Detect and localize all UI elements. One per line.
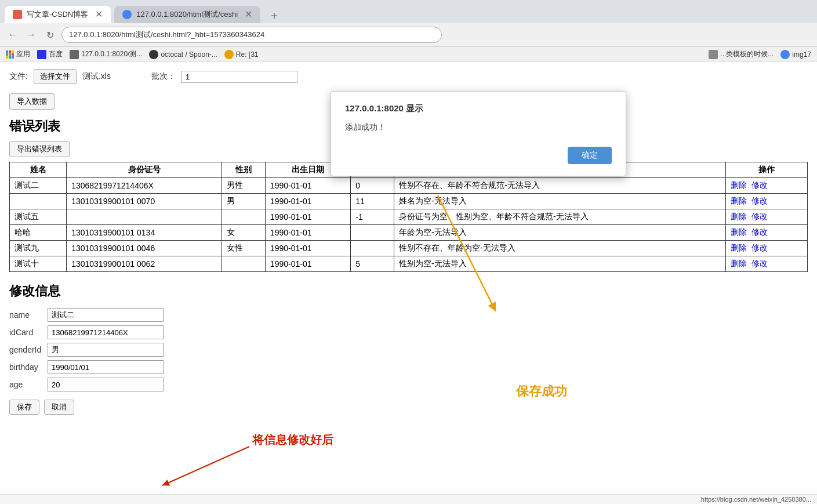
cell-idcard: 13010319900101 0046 [67,241,222,256]
cell-idcard: 13010319900101 0062 [67,256,222,272]
tab2-close[interactable]: ✕ [245,10,252,19]
import-data-button[interactable]: 导入数据 [9,93,55,110]
status-url: https://blog.csdn.net/weixin_4258380... [701,496,811,503]
cell-idcard [67,209,222,225]
batch-label: 批次： [151,71,176,82]
th-action: 操作 [725,162,807,178]
cell-idcard: 13068219971214406X [67,178,222,194]
bookmark-apps[interactable]: 应用 [6,49,30,59]
form-row-name: name [9,308,808,322]
svg-text:将信息修改好后: 将信息修改好后 [252,433,334,446]
local-icon [70,50,79,59]
age-input[interactable] [48,378,164,391]
edit-link[interactable]: 修改 [751,227,768,237]
name-input[interactable] [48,308,164,322]
tab1-close[interactable]: ✕ [95,10,103,19]
cell-name: 测试二 [10,178,67,194]
edit-section: 修改信息 name idCard genderId birthday [9,282,808,415]
cell-action: 删除 修改 [725,194,807,209]
delete-link[interactable]: 删除 [731,212,747,221]
dialog-overlay: 127.0.0.1:8020 显示 添加成功！ 确定 [331,91,667,242]
edit-link[interactable]: 修改 [751,196,768,205]
cell-gender: 女 [222,225,266,241]
reload-button[interactable]: ↻ [43,28,57,42]
edit-title: 修改信息 [9,282,808,300]
cancel-button[interactable]: 取消 [44,400,74,415]
cell-name [10,194,67,209]
cell-age: 5 [351,256,394,272]
cell-action: 删除 修改 [725,241,807,256]
file-label: 文件: [9,71,28,82]
bookmark-octo-label: octocat / Spoon-... [161,50,217,59]
bookmark-local[interactable]: 127.0.0.1:8020/测... [70,49,142,59]
tab1-title: 写文章-CSDN博客 [27,9,88,20]
name-label: name [9,310,44,320]
delete-link[interactable]: 删除 [731,243,747,252]
birthday-input[interactable] [48,360,164,374]
dialog-ok-button[interactable]: 确定 [568,147,612,164]
gender-input[interactable] [48,343,164,357]
file-upload-row: 文件: 选择文件 测试.xls 批次： [9,69,808,84]
apps-icon [6,50,14,59]
idcard-label: idCard [9,328,44,337]
cell-action: 删除 修改 [725,256,807,272]
table-row: 测试九 13010319900101 0046 女性 1990-01-01 性别… [10,241,808,256]
th-name: 姓名 [10,162,67,178]
th-gender: 性别 [222,162,266,178]
form-row-gender: genderId [9,343,808,357]
dialog-box: 127.0.0.1:8020 显示 添加成功！ 确定 [331,91,626,176]
bookmark-baidu[interactable]: 百度 [37,49,63,59]
bookmark-local-label: 127.0.0.1:8020/测... [81,49,142,59]
save-button[interactable]: 保存 [9,400,39,415]
cell-gender: 男 [222,194,266,209]
tab-2[interactable]: 127.0.0.1:8020/html测试/ceshi ✕ [114,6,260,23]
delete-link[interactable]: 删除 [731,227,747,237]
address-bar-row: ← → ↻ [0,23,817,47]
export-error-list-button[interactable]: 导出错误列表 [9,141,70,157]
bookmark-cls[interactable]: ...类模板的时候... [709,49,774,59]
delete-link[interactable]: 删除 [731,259,747,268]
edit-form: name idCard genderId birthday age [9,308,808,415]
cell-gender [222,256,266,272]
idcard-input[interactable] [48,325,164,339]
bookmark-octo[interactable]: octocat / Spoon-... [149,50,217,59]
cell-name: 测试九 [10,241,67,256]
cell-age [351,241,394,256]
tab1-icon [13,10,22,19]
tab-bar: 写文章-CSDN博客 ✕ 127.0.0.1:8020/html测试/ceshi… [0,0,817,23]
edit-link[interactable]: 修改 [751,243,768,252]
new-tab-button[interactable]: ＋ [266,7,282,23]
th-idcard: 身份证号 [67,162,222,178]
choose-file-button[interactable]: 选择文件 [34,69,77,84]
bookmark-img[interactable]: img17 [780,50,811,59]
cell-birthday: 1990-01-01 [265,241,350,256]
address-input[interactable] [61,27,442,43]
cls-icon [709,50,718,59]
svg-line-0 [162,447,249,485]
cell-action: 删除 修改 [725,178,807,194]
bookmark-baidu-label: 百度 [49,49,63,59]
img-icon [780,50,790,59]
tab-1[interactable]: 写文章-CSDN博客 ✕ [5,6,111,23]
batch-input[interactable] [181,71,297,83]
baidu-icon [37,50,46,59]
delete-link[interactable]: 删除 [731,180,747,190]
edit-link[interactable]: 修改 [751,180,768,190]
form-row-idcard: idCard [9,325,808,339]
edit-link[interactable]: 修改 [751,212,768,221]
bookmark-re[interactable]: Re: [31 [224,50,259,59]
edit-link[interactable]: 修改 [751,259,768,268]
cell-gender: 女性 [222,241,266,256]
delete-link[interactable]: 删除 [731,196,747,205]
cell-birthday: 1990-01-01 [265,256,350,272]
tab2-icon [122,10,132,19]
forward-button[interactable]: → [24,28,38,42]
bookmark-re-label: Re: [31 [236,50,259,59]
form-buttons: 保存 取消 [9,400,808,415]
cell-name: 测试五 [10,209,67,225]
browser-window: 写文章-CSDN博客 ✕ 127.0.0.1:8020/html测试/ceshi… [0,0,817,504]
back-button[interactable]: ← [6,28,20,42]
bookmarks-bar: 应用 百度 127.0.0.1:8020/测... octocat / Spoo… [0,47,817,62]
gender-label: genderId [9,345,44,354]
form-row-birthday: birthday [9,360,808,374]
